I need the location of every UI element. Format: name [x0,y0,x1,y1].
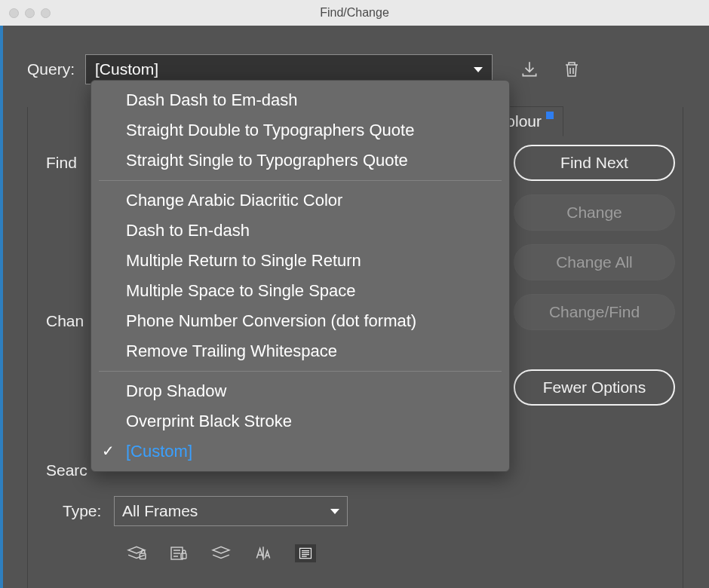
save-query-icon[interactable] [520,60,539,79]
search-label: Searc [46,461,87,479]
window-title: Find/Change [0,6,709,20]
query-option[interactable]: Change Arabic Diacritic Color [91,185,509,216]
search-option-icons [126,544,316,562]
query-option[interactable]: Dash to En-dash [91,216,509,246]
tab-modified-indicator [546,112,554,119]
menu-separator [99,371,502,372]
menu-separator [99,180,502,181]
query-label: Query: [27,60,75,78]
query-option[interactable]: Dash Dash to Em-dash [91,85,509,115]
change-to-label: Chan [46,312,84,330]
layers-locked-icon[interactable] [126,544,147,562]
type-value: All Frames [122,502,198,520]
character-icon[interactable] [253,544,274,562]
query-option[interactable]: Overprint Black Stroke [91,406,509,436]
action-buttons: Find Next Change Change All Change/Find … [514,145,675,406]
svg-rect-2 [181,553,186,559]
tab-colour[interactable]: olour [502,106,563,136]
query-option[interactable]: Remove Trailing Whitespace [91,336,509,366]
layers-icon[interactable] [210,544,232,562]
query-option[interactable]: Multiple Return to Single Return [91,246,509,276]
type-label: Type: [63,502,101,520]
query-option[interactable]: Multiple Space to Single Space [91,276,509,306]
change-find-button[interactable]: Change/Find [514,294,675,330]
find-next-button[interactable]: Find Next [514,145,675,181]
type-dropdown[interactable]: All Frames [114,496,348,526]
query-option[interactable]: Phone Number Conversion (dot format) [91,306,509,336]
fewer-options-button[interactable]: Fewer Options [514,369,675,406]
titlebar: Find/Change [0,0,709,26]
tab-colour-label: olour [506,112,542,130]
chevron-down-icon [330,509,339,514]
stories-locked-icon[interactable] [168,544,189,562]
chevron-down-icon [474,67,483,72]
query-option-selected[interactable]: [Custom] [91,436,509,467]
query-dropdown-list[interactable]: Dash Dash to Em-dashStraight Double to T… [91,80,510,472]
trash-icon[interactable] [562,60,582,79]
change-all-button[interactable]: Change All [514,244,675,280]
query-option[interactable]: Drop Shadow [91,376,509,406]
query-value: [Custom] [95,60,158,78]
footnotes-icon[interactable] [295,544,316,562]
accent-edge [0,26,3,588]
find-what-label: Find [46,154,77,172]
query-option[interactable]: Straight Double to Typographers Quote [91,115,509,145]
query-option[interactable]: Straight Single to Typographers Quote [91,145,509,176]
change-button[interactable]: Change [514,194,675,231]
dialog-body: Query: [Custom] olour Find Chan Searc Ty… [0,26,709,588]
